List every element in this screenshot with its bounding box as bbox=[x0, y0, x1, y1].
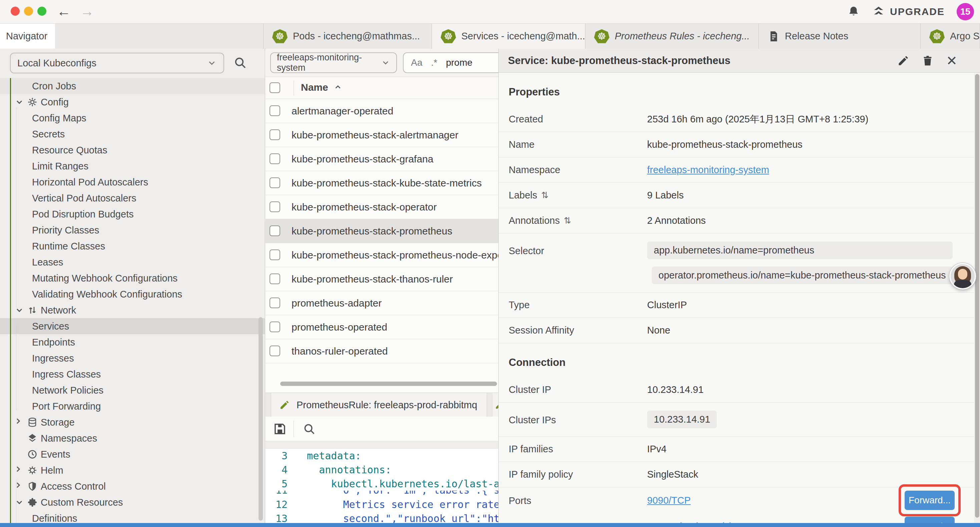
code-token: annotations: bbox=[319, 464, 391, 476]
table-row[interactable]: prometheus-adapter bbox=[266, 291, 498, 315]
table-row[interactable]: alertmanager-operated bbox=[266, 99, 498, 123]
table-row[interactable]: kube-prometheus-stack-prometheus bbox=[266, 219, 498, 243]
bell-icon[interactable] bbox=[847, 5, 860, 18]
property-value: kube-prometheus-stack-prometheus bbox=[647, 139, 803, 150]
editor-line: 4annotations: bbox=[266, 463, 498, 477]
forward-button[interactable]: Forward... bbox=[905, 490, 955, 510]
table-row[interactable]: kube-prometheus-stack-grafana bbox=[266, 147, 498, 171]
zoom-window-button[interactable] bbox=[37, 7, 46, 16]
select-all-checkbox[interactable] bbox=[269, 83, 280, 93]
namespace-select[interactable]: freeleaps-monitoring-system bbox=[270, 53, 397, 73]
row-checkbox[interactable] bbox=[269, 105, 280, 116]
row-checkbox[interactable] bbox=[269, 201, 280, 212]
table-row[interactable]: kube-prometheus-stack-prometheus-node-ex… bbox=[266, 243, 498, 267]
sidebar-item-storage[interactable]: Storage bbox=[0, 414, 265, 430]
port-link[interactable]: 9090/TCP bbox=[647, 495, 691, 506]
sidebar-item-resource-quotas[interactable]: Resource Quotas bbox=[0, 142, 265, 158]
sidebar-item-access-control[interactable]: Access Control bbox=[0, 478, 265, 494]
details-scrollbar[interactable] bbox=[975, 74, 979, 517]
sidebar-item-label: Namespaces bbox=[41, 433, 97, 444]
kubeconfig-select[interactable]: Local Kubeconfigs bbox=[10, 53, 224, 73]
sidebar-item-network-policies[interactable]: Network Policies bbox=[0, 382, 265, 398]
sidebar-item-port-forwarding[interactable]: Port Forwarding bbox=[0, 398, 265, 414]
sidebar-item-secrets[interactable]: Secrets bbox=[0, 126, 265, 142]
sidebar-item-ingress-classes[interactable]: Ingress Classes bbox=[0, 366, 265, 382]
sidebar-item-pod-disruption-budgets[interactable]: Pod Disruption Budgets bbox=[0, 206, 265, 222]
back-button[interactable]: ← bbox=[57, 3, 71, 20]
row-checkbox[interactable] bbox=[269, 226, 280, 236]
sidebar-item-events[interactable]: Events bbox=[0, 446, 265, 462]
sort-toggle-icon[interactable]: ⇅ bbox=[541, 190, 548, 201]
table-row[interactable]: thanos-ruler-operated bbox=[266, 339, 498, 363]
sidebar-item-priority-classes[interactable]: Priority Classes bbox=[0, 222, 265, 238]
navigator-panel-tab[interactable]: Navigator bbox=[0, 24, 55, 49]
sidebar-item-validating-webhook-configurations[interactable]: Validating Webhook Configurations bbox=[0, 286, 265, 302]
table-row[interactable]: prometheus-operated bbox=[266, 315, 498, 339]
name-column-header[interactable]: Name bbox=[301, 82, 342, 93]
sort-ascending-icon[interactable] bbox=[334, 83, 342, 92]
horizontal-scrollbar[interactable] bbox=[280, 382, 497, 386]
close-window-button[interactable] bbox=[11, 7, 20, 16]
yaml-editor[interactable]: 3metadata:4annotations:5kubectl.kubernet… bbox=[266, 449, 498, 523]
sidebar-scrollbar[interactable] bbox=[259, 317, 263, 521]
sidebar-item-leases[interactable]: Leases bbox=[0, 254, 265, 270]
sidebar-item-config-maps[interactable]: Config Maps bbox=[0, 110, 265, 126]
editor-tab-partial[interactable] bbox=[493, 393, 498, 417]
row-checkbox[interactable] bbox=[269, 345, 280, 356]
upgrade-button[interactable]: UPGRADE bbox=[872, 5, 945, 18]
minimize-window-button[interactable] bbox=[24, 7, 33, 16]
tab-release-notes[interactable]: Release Notes bbox=[759, 24, 921, 49]
table-row[interactable]: kube-prometheus-stack-kube-state-metrics bbox=[266, 171, 498, 195]
sidebar-item-horizontal-pod-autoscalers[interactable]: Horizontal Pod Autoscalers bbox=[0, 174, 265, 190]
tab-services-icecheng-math[interactable]: ☸Services - icecheng@math...× bbox=[432, 24, 585, 49]
table-row[interactable]: kube-prometheus-stack-operator bbox=[266, 195, 498, 219]
close-icon[interactable]: ✕ bbox=[946, 54, 957, 67]
row-checkbox[interactable] bbox=[269, 250, 280, 260]
edit-icon[interactable] bbox=[897, 55, 909, 67]
row-checkbox[interactable] bbox=[269, 322, 280, 332]
sidebar-item-definitions[interactable]: Definitions bbox=[0, 510, 265, 523]
editor-search-icon[interactable] bbox=[303, 423, 315, 435]
row-checkbox[interactable] bbox=[269, 129, 280, 140]
sidebar-item-config[interactable]: Config bbox=[0, 94, 265, 110]
row-checkbox[interactable] bbox=[269, 298, 280, 308]
table-row[interactable]: kube-prometheus-stack-alertmanager bbox=[266, 123, 498, 147]
sidebar-item-services[interactable]: Services bbox=[0, 318, 265, 334]
sidebar-item-label: Pod Disruption Budgets bbox=[32, 209, 134, 220]
sidebar-item-ingresses[interactable]: Ingresses bbox=[0, 350, 265, 366]
avatar[interactable] bbox=[949, 263, 976, 290]
sidebar-item-cron-jobs[interactable]: Cron Jobs bbox=[0, 78, 265, 94]
namespace-link[interactable]: freeleaps-monitoring-system bbox=[647, 164, 769, 175]
sidebar-item-runtime-classes[interactable]: Runtime Classes bbox=[0, 238, 265, 254]
tab-prometheus-rules-icecheng[interactable]: ☸Prometheus Rules - icecheng... bbox=[585, 24, 759, 49]
prometheusrule-editor-tab[interactable]: PrometheusRule: freeleaps-prod-rabbitmq bbox=[271, 393, 487, 417]
sort-toggle-icon[interactable]: ⇅ bbox=[564, 215, 571, 226]
row-checkbox[interactable] bbox=[269, 177, 280, 188]
sidebar-item-endpoints[interactable]: Endpoints bbox=[0, 334, 265, 350]
sidebar-item-network[interactable]: Network bbox=[0, 302, 265, 318]
sidebar-item-custom-resources[interactable]: Custom Resources bbox=[0, 494, 265, 510]
property-value: ClusterIP bbox=[647, 299, 687, 310]
sidebar-item-mutating-webhook-configurations[interactable]: Mutating Webhook Configurations bbox=[0, 270, 265, 286]
trash-icon[interactable] bbox=[922, 55, 933, 66]
clock-icon bbox=[27, 449, 37, 459]
database-icon bbox=[27, 417, 37, 427]
notification-badge[interactable]: 15 bbox=[957, 3, 974, 20]
sidebar-item-namespaces[interactable]: Namespaces bbox=[0, 430, 265, 446]
sidebar-item-helm[interactable]: Helm bbox=[0, 462, 265, 478]
table-row[interactable]: kube-prometheus-stack-thanos-ruler bbox=[266, 267, 498, 291]
forward-button[interactable]: → bbox=[80, 3, 94, 20]
row-checkbox[interactable] bbox=[269, 274, 280, 284]
tab-argo-se[interactable]: ☸Argo Se bbox=[921, 24, 980, 49]
forward-button[interactable]: Forward... bbox=[905, 517, 955, 523]
sidebar-search-icon[interactable] bbox=[234, 56, 247, 69]
save-icon[interactable] bbox=[273, 422, 287, 436]
sidebar-item-limit-ranges[interactable]: Limit Ranges bbox=[0, 158, 265, 174]
tab-pods-icecheng-mathmas[interactable]: ☸Pods - icecheng@mathmas... bbox=[264, 24, 432, 49]
tabstrip-filler bbox=[55, 24, 264, 49]
regex-toggle[interactable]: .* bbox=[431, 57, 437, 68]
list-search-input[interactable]: Aa .* prome bbox=[403, 53, 498, 73]
match-case-toggle[interactable]: Aa bbox=[411, 57, 422, 68]
sidebar-item-vertical-pod-autoscalers[interactable]: Vertical Pod Autoscalers bbox=[0, 190, 265, 206]
row-checkbox[interactable] bbox=[269, 153, 280, 164]
